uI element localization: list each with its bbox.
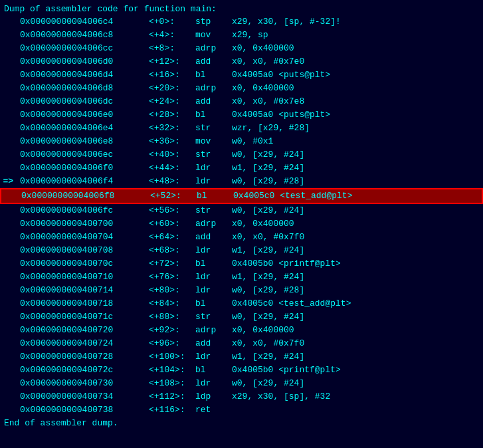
offset: <+56>:: [149, 205, 195, 217]
offset: <+88>:: [149, 311, 195, 323]
operands: w1, [x29, #24]: [232, 351, 483, 363]
address: 0x0000000000400734: [16, 391, 149, 403]
mnemonic: adrp: [195, 82, 232, 94]
code-line: 0x000000000040071c<+88>:strw0, [x29, #24…: [0, 310, 483, 324]
code-line: 0x00000000004006e8<+36>:movw0, #0x1: [0, 135, 483, 148]
mnemonic: add: [195, 231, 232, 243]
address: 0x00000000004006e4: [16, 122, 149, 134]
address: 0x0000000000400728: [16, 351, 149, 363]
operands: x0, 0x400000: [232, 43, 483, 55]
operands: 0x4005b0 <printf@plt>: [232, 258, 483, 270]
address: 0x0000000000400704: [16, 231, 149, 243]
address: 0x00000000004006d4: [16, 69, 149, 81]
mnemonic: bl: [195, 298, 232, 310]
offset: <+72>:: [149, 258, 195, 270]
mnemonic: ldr: [195, 284, 232, 296]
address: 0x0000000000400730: [16, 378, 149, 390]
offset: <+44>:: [149, 162, 195, 174]
code-line: 0x00000000004006f0<+44>:ldrw1, [x29, #24…: [0, 162, 483, 175]
address: 0x000000000040072c: [16, 364, 149, 376]
code-line: 0x00000000004006d4<+16>:bl0x4005a0 <puts…: [0, 68, 483, 82]
offset: <+100>:: [149, 351, 195, 363]
code-line: 0x0000000000400708<+68>:ldrw1, [x29, #24…: [0, 244, 483, 257]
operands: 0x4005c0 <test_add@plt>: [233, 190, 482, 202]
address: 0x0000000000400700: [16, 218, 149, 230]
code-listing: 0x00000000004006c4<+0>:stpx29, x30, [sp,…: [0, 15, 483, 417]
code-line: 0x0000000000400724<+96>:addx0, x0, #0x7f…: [0, 337, 483, 350]
address: 0x0000000000400710: [16, 271, 149, 283]
mnemonic: ldr: [195, 378, 232, 390]
mnemonic: adrp: [195, 324, 232, 336]
code-line: =>0x00000000004006f4<+48>:ldrw0, [x29, #…: [0, 175, 483, 188]
operands: 0x4005c0 <test_add@plt>: [232, 298, 483, 310]
mnemonic: add: [195, 96, 232, 108]
offset: <+80>:: [149, 284, 195, 296]
address: 0x000000000040070c: [16, 258, 149, 270]
mnemonic: bl: [197, 190, 233, 202]
code-line: 0x00000000004006cc<+8>:adrpx0, 0x400000: [0, 42, 483, 55]
operands: x29, sp: [232, 29, 483, 41]
arrow-indicator: =>: [0, 175, 16, 187]
mnemonic: add: [195, 56, 232, 68]
mnemonic: ldp: [195, 391, 232, 403]
address: 0x00000000004006fc: [16, 205, 149, 217]
mnemonic: str: [195, 149, 232, 161]
offset: <+112>:: [149, 391, 195, 403]
mnemonic: ldr: [195, 351, 232, 363]
mnemonic: ret: [195, 404, 232, 416]
address: 0x0000000000400718: [16, 298, 149, 310]
address: 0x00000000004006f4: [16, 175, 149, 187]
address: 0x00000000004006dc: [16, 96, 149, 108]
offset: <+28>:: [149, 109, 195, 121]
operands: x0, x0, #0x7f0: [232, 231, 483, 243]
operands: x29, x30, [sp, #-32]!: [232, 16, 483, 28]
address: 0x0000000000400708: [16, 245, 149, 257]
code-line: 0x0000000000400704<+64>:addx0, x0, #0x7f…: [0, 231, 483, 244]
offset: <+96>:: [149, 338, 195, 350]
code-line: 0x00000000004006d8<+20>:adrpx0, 0x400000: [0, 82, 483, 95]
code-line: 0x00000000004006e4<+32>:strwzr, [x29, #2…: [0, 122, 483, 135]
operands: w0, #0x1: [232, 136, 483, 148]
code-line: 0x00000000004006c4<+0>:stpx29, x30, [sp,…: [0, 15, 483, 29]
offset: <+16>:: [149, 69, 195, 81]
offset: <+24>:: [149, 96, 195, 108]
code-line: 0x0000000000400720<+92>:adrpx0, 0x400000: [0, 324, 483, 337]
address: 0x00000000004006cc: [16, 43, 149, 55]
code-line: 0x000000000040070c<+72>:bl0x4005b0 <prin…: [0, 257, 483, 271]
offset: <+40>:: [149, 149, 195, 161]
address: 0x00000000004006e8: [16, 136, 149, 148]
address: 0x000000000040071c: [16, 311, 149, 323]
operands: x0, x0, #0x7f0: [232, 338, 483, 350]
operands: w1, [x29, #24]: [232, 162, 483, 174]
code-line: 0x000000000040072c<+104>:bl0x4005b0 <pri…: [0, 364, 483, 377]
mnemonic: bl: [195, 109, 232, 121]
mnemonic: ldr: [195, 162, 232, 174]
offset: <+12>:: [149, 56, 195, 68]
header-text: Dump of assembler code for function main…: [0, 3, 483, 15]
operands: 0x4005a0 <puts@plt>: [232, 109, 483, 121]
address: 0x00000000004006f8: [17, 190, 150, 202]
footer-text: End of assembler dump.: [0, 417, 483, 429]
operands: wzr, [x29, #28]: [232, 122, 483, 134]
mnemonic: adrp: [195, 218, 232, 230]
mnemonic: adrp: [195, 43, 232, 55]
mnemonic: bl: [195, 258, 232, 270]
operands: w0, [x29, #28]: [232, 284, 483, 296]
offset: <+52>:: [150, 190, 197, 202]
code-line: 0x0000000000400718<+84>:bl0x4005c0 <test…: [0, 297, 483, 310]
address: 0x0000000000400714: [16, 284, 149, 296]
main-container: Dump of assembler code for function main…: [0, 0, 483, 448]
operands: w0, [x29, #24]: [232, 378, 483, 390]
offset: <+36>:: [149, 136, 195, 148]
operands: x0, 0x400000: [232, 218, 483, 230]
mnemonic: str: [195, 122, 232, 134]
address: 0x00000000004006c8: [16, 29, 149, 41]
operands: x0, 0x400000: [232, 324, 483, 336]
operands: 0x4005b0 <printf@plt>: [232, 364, 483, 376]
code-line: 0x00000000004006c8<+4>:movx29, sp: [0, 29, 483, 42]
code-line: 0x0000000000400734<+112>:ldpx29, x30, [s…: [0, 390, 483, 403]
offset: <+84>:: [149, 298, 195, 310]
mnemonic: ldr: [195, 271, 232, 283]
code-line: 0x00000000004006d0<+12>:addx0, x0, #0x7e…: [0, 55, 483, 68]
code-line: 0x0000000000400730<+108>:ldrw0, [x29, #2…: [0, 377, 483, 390]
